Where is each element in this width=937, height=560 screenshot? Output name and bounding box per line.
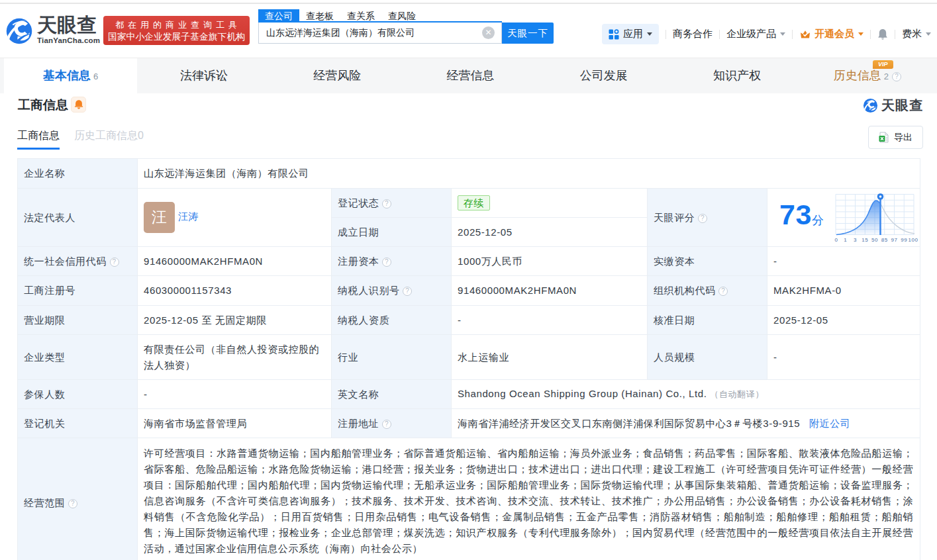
svg-text:99: 99 xyxy=(901,237,907,243)
svg-text:15: 15 xyxy=(862,237,868,243)
svg-text:1: 1 xyxy=(844,237,847,243)
svg-text:3: 3 xyxy=(854,237,857,243)
svg-text:50: 50 xyxy=(871,237,878,243)
svg-text:97: 97 xyxy=(891,237,897,243)
svg-text:0: 0 xyxy=(834,237,838,243)
svg-text:85: 85 xyxy=(881,237,887,243)
svg-text:100: 100 xyxy=(908,237,918,243)
